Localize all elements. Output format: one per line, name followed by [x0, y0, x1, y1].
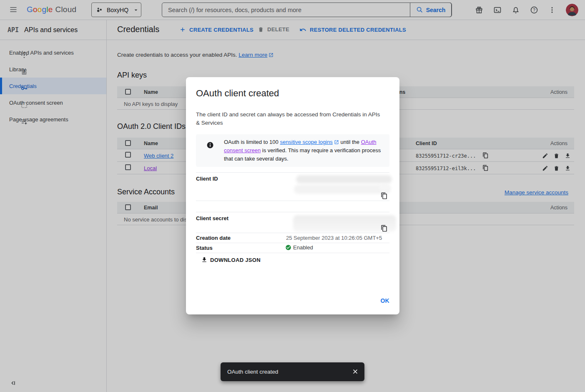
client-secret-label: Client secret — [196, 215, 228, 221]
sensitive-scope-logins-link[interactable]: sensitive scope logins — [280, 139, 332, 145]
copy-icon[interactable] — [381, 225, 388, 232]
notice-text: OAuth is limited to 100 sensitive scope … — [224, 138, 383, 163]
download-json-button[interactable]: DOWNLOAD JSON — [201, 256, 261, 263]
dialog-body-text: The client ID and secret can always be a… — [196, 111, 384, 127]
google-cloud-console: G o o g l e Cloud BoxyHQ Search — [0, 0, 585, 392]
redacted-client-id — [379, 184, 390, 191]
info-icon — [206, 141, 214, 149]
snackbar: OAuth client created — [221, 362, 364, 381]
redacted-client-id — [294, 185, 390, 194]
copy-icon[interactable] — [381, 192, 388, 199]
creation-date-label: Creation date — [196, 235, 231, 241]
status-row: Status Enabled — [196, 243, 389, 253]
dialog-title: OAuth client created — [196, 88, 279, 99]
download-icon — [201, 256, 208, 263]
download-json-label: DOWNLOAD JSON — [210, 257, 261, 263]
close-icon[interactable] — [352, 368, 359, 375]
client-secret-row: Client secret — [196, 212, 389, 233]
oauth-client-created-dialog: OAuth client created The client ID and s… — [186, 77, 399, 314]
creation-date-value: 25 September 2023 at 10:26:05 GMT+5 — [286, 235, 382, 241]
redacted-client-id — [296, 175, 392, 183]
client-id-label: Client ID — [196, 176, 218, 182]
snackbar-message: OAuth client created — [227, 369, 278, 375]
status-value: Enabled — [293, 244, 313, 251]
notice-fragment: OAuth is limited to 100 — [224, 139, 280, 145]
check-circle-icon — [285, 244, 291, 251]
status-badge: Enabled — [285, 244, 313, 251]
notice-fragment: until the — [339, 139, 361, 145]
oauth-limit-notice: OAuth is limited to 100 sensitive scope … — [196, 134, 389, 167]
ok-button[interactable]: OK — [380, 297, 389, 304]
creation-date-row: Creation date 25 September 2023 at 10:26… — [196, 233, 389, 243]
status-label: Status — [196, 245, 213, 251]
external-link-icon — [334, 140, 339, 145]
spacer-row — [196, 201, 389, 212]
client-details: Client ID Client secret Creation date 25… — [196, 172, 389, 253]
client-id-row: Client ID — [196, 172, 389, 201]
